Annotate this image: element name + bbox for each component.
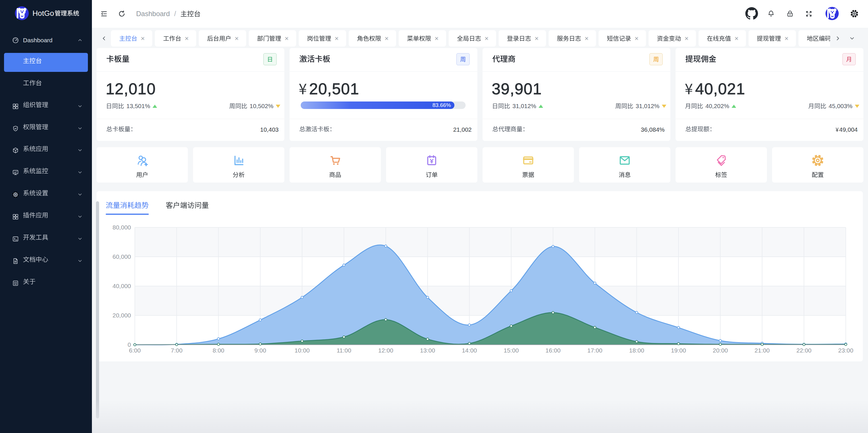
- svg-text:13:00: 13:00: [420, 347, 435, 354]
- svg-text:40,000: 40,000: [113, 283, 131, 289]
- svg-text:16:00: 16:00: [546, 347, 561, 354]
- svg-text:19:00: 19:00: [671, 347, 686, 354]
- svg-text:20,000: 20,000: [113, 312, 131, 319]
- svg-text:15:00: 15:00: [504, 347, 519, 354]
- svg-text:9:00: 9:00: [254, 347, 266, 354]
- svg-text:60,000: 60,000: [113, 253, 131, 260]
- svg-text:18:00: 18:00: [629, 347, 644, 354]
- svg-text:14:00: 14:00: [462, 347, 477, 354]
- svg-text:22:00: 22:00: [797, 347, 812, 354]
- svg-text:10:00: 10:00: [295, 347, 310, 354]
- svg-text:21:00: 21:00: [754, 347, 770, 354]
- svg-text:23:00: 23:00: [838, 347, 854, 354]
- svg-text:0: 0: [127, 341, 131, 348]
- svg-text:12:00: 12:00: [378, 347, 394, 354]
- svg-text:8:00: 8:00: [213, 347, 224, 354]
- svg-text:80,000: 80,000: [113, 224, 131, 231]
- svg-text:7:00: 7:00: [171, 347, 183, 354]
- svg-text:17:00: 17:00: [587, 347, 602, 354]
- svg-text:6:00: 6:00: [129, 347, 141, 354]
- svg-text:20:00: 20:00: [713, 347, 728, 354]
- svg-text:11:00: 11:00: [337, 347, 351, 354]
